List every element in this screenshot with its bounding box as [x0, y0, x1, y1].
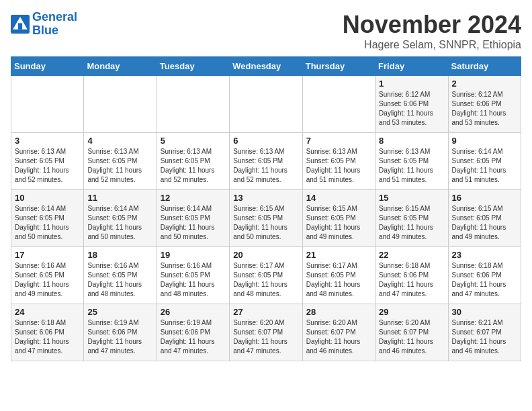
cell-sunrise-sunset: Sunrise: 6:19 AM Sunset: 6:06 PM Dayligh… [161, 318, 226, 356]
calendar-cell: 30Sunrise: 6:21 AM Sunset: 6:07 PM Dayli… [448, 304, 521, 361]
calendar-cell: 25Sunrise: 6:19 AM Sunset: 6:06 PM Dayli… [84, 304, 157, 361]
calendar-cell: 24Sunrise: 6:18 AM Sunset: 6:06 PM Dayli… [11, 304, 84, 361]
calendar-cell: 4Sunrise: 6:13 AM Sunset: 6:05 PM Daylig… [84, 133, 157, 190]
cell-sunrise-sunset: Sunrise: 6:16 AM Sunset: 6:05 PM Dayligh… [161, 261, 226, 299]
cell-sunrise-sunset: Sunrise: 6:18 AM Sunset: 6:06 PM Dayligh… [379, 261, 444, 299]
calendar-cell: 9Sunrise: 6:14 AM Sunset: 6:05 PM Daylig… [448, 133, 521, 190]
day-number: 29 [379, 307, 444, 317]
cell-sunrise-sunset: Sunrise: 6:19 AM Sunset: 6:06 PM Dayligh… [87, 318, 152, 356]
calendar-cell: 23Sunrise: 6:18 AM Sunset: 6:06 PM Dayli… [448, 247, 521, 304]
calendar-cell: 14Sunrise: 6:15 AM Sunset: 6:05 PM Dayli… [302, 190, 375, 247]
day-number: 3 [15, 136, 80, 146]
svg-rect-2 [18, 23, 22, 29]
day-number: 19 [161, 250, 226, 260]
calendar-cell: 21Sunrise: 6:17 AM Sunset: 6:05 PM Dayli… [302, 247, 375, 304]
day-number: 5 [161, 136, 226, 146]
day-header-sunday: Sunday [11, 57, 84, 76]
cell-sunrise-sunset: Sunrise: 6:12 AM Sunset: 6:06 PM Dayligh… [379, 90, 444, 128]
calendar-cell: 12Sunrise: 6:14 AM Sunset: 6:05 PM Dayli… [157, 190, 229, 247]
calendar-cell [302, 76, 375, 133]
cell-sunrise-sunset: Sunrise: 6:18 AM Sunset: 6:06 PM Dayligh… [452, 261, 517, 299]
cell-sunrise-sunset: Sunrise: 6:20 AM Sunset: 6:07 PM Dayligh… [379, 318, 444, 356]
day-header-thursday: Thursday [302, 57, 375, 76]
day-number: 12 [161, 193, 226, 203]
logo-text: General Blue [32, 11, 77, 38]
calendar-week-row: 24Sunrise: 6:18 AM Sunset: 6:06 PM Dayli… [11, 304, 521, 361]
calendar-cell: 27Sunrise: 6:20 AM Sunset: 6:07 PM Dayli… [230, 304, 302, 361]
calendar-cell [157, 76, 229, 133]
cell-sunrise-sunset: Sunrise: 6:21 AM Sunset: 6:07 PM Dayligh… [452, 318, 517, 356]
day-number: 6 [233, 136, 298, 146]
calendar-body: 1Sunrise: 6:12 AM Sunset: 6:06 PM Daylig… [11, 76, 521, 361]
day-number: 24 [15, 307, 80, 317]
calendar-cell: 22Sunrise: 6:18 AM Sunset: 6:06 PM Dayli… [375, 247, 448, 304]
calendar-cell [11, 76, 84, 133]
cell-sunrise-sunset: Sunrise: 6:20 AM Sunset: 6:07 PM Dayligh… [233, 318, 298, 356]
calendar-cell: 10Sunrise: 6:14 AM Sunset: 6:05 PM Dayli… [11, 190, 84, 247]
calendar-cell: 28Sunrise: 6:20 AM Sunset: 6:07 PM Dayli… [302, 304, 375, 361]
calendar-cell: 20Sunrise: 6:17 AM Sunset: 6:05 PM Dayli… [230, 247, 302, 304]
day-number: 16 [452, 193, 517, 203]
cell-sunrise-sunset: Sunrise: 6:18 AM Sunset: 6:06 PM Dayligh… [15, 318, 80, 356]
calendar-cell: 11Sunrise: 6:14 AM Sunset: 6:05 PM Dayli… [84, 190, 157, 247]
cell-sunrise-sunset: Sunrise: 6:14 AM Sunset: 6:05 PM Dayligh… [87, 204, 152, 242]
day-number: 18 [87, 250, 152, 260]
cell-sunrise-sunset: Sunrise: 6:15 AM Sunset: 6:05 PM Dayligh… [379, 204, 444, 242]
cell-sunrise-sunset: Sunrise: 6:13 AM Sunset: 6:05 PM Dayligh… [379, 147, 444, 185]
cell-sunrise-sunset: Sunrise: 6:15 AM Sunset: 6:05 PM Dayligh… [452, 204, 517, 242]
calendar-cell: 6Sunrise: 6:13 AM Sunset: 6:05 PM Daylig… [230, 133, 302, 190]
calendar-cell [84, 76, 157, 133]
day-number: 23 [452, 250, 517, 260]
cell-sunrise-sunset: Sunrise: 6:13 AM Sunset: 6:05 PM Dayligh… [233, 147, 298, 185]
calendar-cell: 26Sunrise: 6:19 AM Sunset: 6:06 PM Dayli… [157, 304, 229, 361]
calendar-cell: 15Sunrise: 6:15 AM Sunset: 6:05 PM Dayli… [375, 190, 448, 247]
day-header-wednesday: Wednesday [230, 57, 302, 76]
day-number: 2 [452, 79, 517, 89]
location: Hagere Selam, SNNPR, Ethiopia [343, 39, 521, 51]
calendar-week-row: 10Sunrise: 6:14 AM Sunset: 6:05 PM Dayli… [11, 190, 521, 247]
cell-sunrise-sunset: Sunrise: 6:17 AM Sunset: 6:05 PM Dayligh… [233, 261, 298, 299]
calendar-cell: 3Sunrise: 6:13 AM Sunset: 6:05 PM Daylig… [11, 133, 84, 190]
calendar-cell: 2Sunrise: 6:12 AM Sunset: 6:06 PM Daylig… [448, 76, 521, 133]
calendar-cell: 18Sunrise: 6:16 AM Sunset: 6:05 PM Dayli… [84, 247, 157, 304]
calendar-table: SundayMondayTuesdayWednesdayThursdayFrid… [11, 56, 521, 361]
cell-sunrise-sunset: Sunrise: 6:14 AM Sunset: 6:05 PM Dayligh… [452, 147, 517, 185]
cell-sunrise-sunset: Sunrise: 6:15 AM Sunset: 6:05 PM Dayligh… [306, 204, 371, 242]
cell-sunrise-sunset: Sunrise: 6:16 AM Sunset: 6:05 PM Dayligh… [15, 261, 80, 299]
day-number: 7 [306, 136, 371, 146]
day-number: 27 [233, 307, 298, 317]
calendar-cell: 8Sunrise: 6:13 AM Sunset: 6:05 PM Daylig… [375, 133, 448, 190]
calendar-cell: 1Sunrise: 6:12 AM Sunset: 6:06 PM Daylig… [375, 76, 448, 133]
day-number: 1 [379, 79, 444, 89]
logo: General Blue [11, 11, 77, 38]
cell-sunrise-sunset: Sunrise: 6:17 AM Sunset: 6:05 PM Dayligh… [306, 261, 371, 299]
day-number: 9 [452, 136, 517, 146]
logo-icon [11, 15, 30, 34]
calendar-week-row: 1Sunrise: 6:12 AM Sunset: 6:06 PM Daylig… [11, 76, 521, 133]
day-number: 4 [87, 136, 152, 146]
cell-sunrise-sunset: Sunrise: 6:13 AM Sunset: 6:05 PM Dayligh… [87, 147, 152, 185]
day-number: 20 [233, 250, 298, 260]
calendar-week-row: 17Sunrise: 6:16 AM Sunset: 6:05 PM Dayli… [11, 247, 521, 304]
day-header-tuesday: Tuesday [157, 57, 229, 76]
calendar-cell: 5Sunrise: 6:13 AM Sunset: 6:05 PM Daylig… [157, 133, 229, 190]
day-number: 13 [233, 193, 298, 203]
day-number: 22 [379, 250, 444, 260]
calendar-cell: 29Sunrise: 6:20 AM Sunset: 6:07 PM Dayli… [375, 304, 448, 361]
cell-sunrise-sunset: Sunrise: 6:20 AM Sunset: 6:07 PM Dayligh… [306, 318, 371, 356]
day-number: 11 [87, 193, 152, 203]
calendar-week-row: 3Sunrise: 6:13 AM Sunset: 6:05 PM Daylig… [11, 133, 521, 190]
day-number: 28 [306, 307, 371, 317]
day-number: 21 [306, 250, 371, 260]
page-header: General Blue November 2024 Hagere Selam,… [11, 11, 521, 51]
cell-sunrise-sunset: Sunrise: 6:13 AM Sunset: 6:05 PM Dayligh… [306, 147, 371, 185]
month-year: November 2024 [343, 11, 521, 39]
cell-sunrise-sunset: Sunrise: 6:13 AM Sunset: 6:05 PM Dayligh… [15, 147, 80, 185]
day-number: 15 [379, 193, 444, 203]
cell-sunrise-sunset: Sunrise: 6:14 AM Sunset: 6:05 PM Dayligh… [15, 204, 80, 242]
day-header-monday: Monday [84, 57, 157, 76]
day-header-friday: Friday [375, 57, 448, 76]
day-number: 26 [161, 307, 226, 317]
day-number: 17 [15, 250, 80, 260]
day-number: 10 [15, 193, 80, 203]
